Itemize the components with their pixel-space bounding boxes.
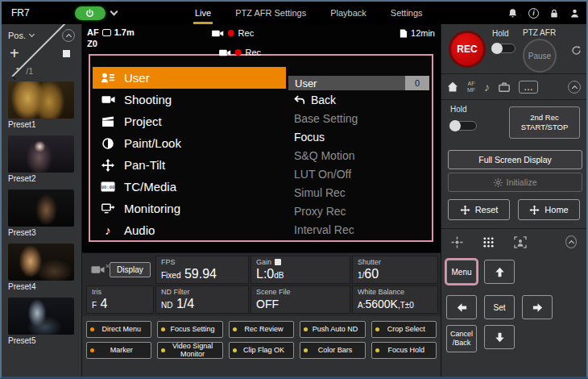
menu-category-label: Audio <box>124 223 155 237</box>
assignable-button-push-auto-nd[interactable]: Push Auto ND <box>300 321 365 338</box>
pause-button[interactable]: Pause <box>523 39 557 73</box>
up-arrow-button[interactable] <box>484 260 515 284</box>
display-button[interactable]: Display <box>110 262 151 277</box>
tab-live[interactable]: Live <box>193 2 213 24</box>
scene-file-cell[interactable]: Scene File OFF <box>251 285 350 314</box>
submenu-item-focus[interactable]: Focus <box>288 127 429 146</box>
rec-indicator-osd: Rec <box>219 48 262 57</box>
status-dot-icon <box>233 348 237 352</box>
preset-item-2[interactable]: Preset2 <box>8 135 81 183</box>
tab-audio[interactable]: ♪ <box>484 81 490 94</box>
menu-category-label: Monitoring <box>124 202 180 215</box>
preset-label: Preset5 <box>8 336 81 345</box>
reset-home-row: Reset Home <box>448 199 580 220</box>
preset-item-3[interactable]: Preset3 <box>8 190 81 237</box>
menu-category-audio[interactable]: ♪ Audio <box>93 219 286 241</box>
pos-dropdown-chevron-icon[interactable] <box>29 31 35 37</box>
assignable-button-marker[interactable]: Marker <box>86 342 151 359</box>
menu-category-user[interactable]: User <box>93 67 286 89</box>
assignable-button-video-signal-monitor[interactable]: Video Signal Monitor <box>157 342 222 359</box>
submenu-item-proxy-rec: Proxy Rec <box>288 202 429 220</box>
second-rec-hold-toggle[interactable] <box>449 121 477 131</box>
iris-prefix: F <box>92 301 97 310</box>
account-button[interactable] <box>569 8 580 19</box>
preset-item-5[interactable]: Preset5 <box>8 298 81 345</box>
chevron-up-icon <box>571 85 577 90</box>
preset-thumbnail[interactable] <box>8 190 74 227</box>
assignable-button-focus-hold[interactable]: Focus Hold <box>371 342 437 359</box>
full-screen-display-button[interactable]: Full Screen Display <box>448 150 582 169</box>
menu-button[interactable]: Menu <box>446 260 477 284</box>
tab-home[interactable] <box>447 81 458 92</box>
menu-category-tc-media[interactable]: 00:00 TC/Media <box>93 176 286 198</box>
left-arrow-button[interactable] <box>446 295 477 319</box>
submenu-header: User 0 <box>288 76 429 90</box>
preset-thumbnail[interactable] <box>8 244 74 281</box>
cancel-back-button[interactable]: Cancel/Back <box>446 325 477 352</box>
down-arrow-button[interactable] <box>484 325 515 349</box>
collapse-section-button[interactable] <box>568 81 581 94</box>
tab-af-mf[interactable]: AFMF <box>467 81 475 93</box>
fps-label: FPS <box>161 258 243 266</box>
submenu-item-back[interactable]: Back <box>288 90 429 109</box>
gain-cell[interactable]: Gain L:0dB <box>251 256 350 284</box>
rec-button[interactable]: REC <box>449 31 486 68</box>
tab-settings[interactable]: Settings <box>389 2 424 24</box>
preset-item-4[interactable]: Preset4 <box>8 244 81 291</box>
assignable-button-clip-flag-ok[interactable]: Clip Flag OK <box>229 342 294 359</box>
tab-more[interactable]: … <box>519 81 538 94</box>
tab-label: PTZ AFR Settings <box>235 8 306 18</box>
second-rec-section: Hold 2nd Rec START/STOP <box>441 100 586 147</box>
assignable-button-rec-review[interactable]: Rec Review <box>229 321 294 338</box>
tab-pan-tilt-pad[interactable] <box>451 236 463 248</box>
refresh-button[interactable] <box>571 45 582 56</box>
add-preset-button[interactable]: + <box>10 45 19 61</box>
menu-category-shooting[interactable]: Shooting <box>93 89 286 110</box>
collapse-section-button[interactable] <box>565 235 577 248</box>
stop-button[interactable] <box>63 50 70 57</box>
assignable-button-color-bars[interactable]: Color Bars <box>300 342 365 359</box>
tab-playback[interactable]: Playback <box>329 2 368 24</box>
assignable-button-focus-setting[interactable]: Focus Setting <box>157 321 222 338</box>
submenu-item-label: Back <box>311 94 336 106</box>
notifications-button[interactable] <box>507 8 518 19</box>
shutter-cell[interactable]: Shutter 1/60 <box>352 256 438 284</box>
white-balance-cell[interactable]: White Balance A:5600K,T±0 <box>352 285 438 314</box>
paint-half-circle-icon <box>100 138 116 149</box>
chevron-up-icon <box>65 34 71 40</box>
lock-button[interactable] <box>549 8 559 19</box>
assignable-button-direct-menu[interactable]: Direct Menu <box>86 321 151 338</box>
tab-auto-framing[interactable] <box>514 236 527 248</box>
svg-text:00:00: 00:00 <box>101 185 115 190</box>
power-menu-chevron-icon[interactable] <box>110 8 118 16</box>
menu-category-monitoring[interactable]: Monitoring <box>93 198 286 219</box>
preset-thumbnail[interactable] <box>8 135 74 173</box>
preset-label: Preset4 <box>8 282 81 291</box>
tab-menu-pad[interactable] <box>482 236 495 248</box>
rec-hold-toggle[interactable] <box>491 44 516 53</box>
right-arrow-button[interactable] <box>522 295 553 319</box>
arrow-down-icon <box>495 332 505 343</box>
menu-category-project[interactable]: Project <box>93 110 286 132</box>
second-rec-start-stop-button[interactable]: 2nd Rec START/STOP <box>509 106 580 139</box>
menu-category-pan-tilt[interactable]: Pan-Tilt <box>93 154 286 176</box>
iris-cell[interactable]: Iris F 4 <box>86 285 154 314</box>
fps-cell[interactable]: FPS Fixed 59.94 <box>155 256 249 284</box>
main-tabs: Live PTZ AFR Settings Playback Settings <box>193 2 424 24</box>
tab-briefcase[interactable] <box>499 82 510 92</box>
preset-item-1[interactable]: Preset1 <box>8 81 81 129</box>
nd-filter-cell[interactable]: ND Filter ND 1/4 <box>155 285 249 314</box>
set-button[interactable]: Set <box>484 295 515 319</box>
preset-thumbnail[interactable] <box>8 298 74 335</box>
pan-tilt-pad-icon <box>451 236 463 248</box>
home-button[interactable]: Home <box>518 199 580 220</box>
preset-thumbnail[interactable] <box>8 81 74 119</box>
reset-button[interactable]: Reset <box>448 199 510 220</box>
assignable-button-crop-select[interactable]: Crop Select <box>371 321 437 338</box>
menu-category-paint-look[interactable]: Paint/Look <box>93 132 286 154</box>
tab-ptz-afr-settings[interactable]: PTZ AFR Settings <box>234 2 308 24</box>
pos-label[interactable]: Pos. <box>8 31 26 40</box>
rec-indicator: Rec <box>212 28 255 38</box>
info-button[interactable]: i <box>528 8 539 19</box>
power-button[interactable] <box>75 6 106 20</box>
